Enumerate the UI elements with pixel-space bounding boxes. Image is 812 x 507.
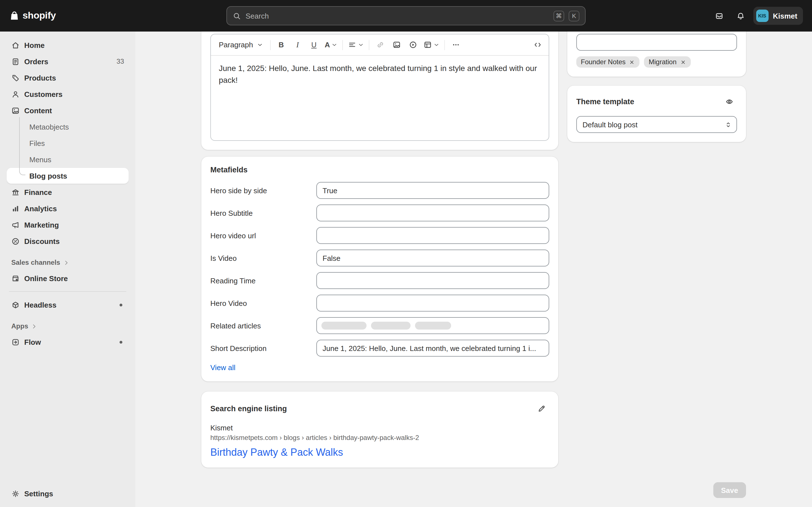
- sidebar-item-online-store[interactable]: Online Store: [7, 270, 129, 286]
- sidebar-item-menus[interactable]: Menus: [7, 152, 129, 167]
- paragraph-style-dropdown[interactable]: Paragraph: [214, 37, 267, 53]
- save-button[interactable]: Save: [713, 482, 746, 498]
- section-header-label: Apps: [11, 322, 28, 330]
- theme-template-header: Theme template: [576, 94, 737, 109]
- text-align-button[interactable]: [346, 37, 366, 53]
- sidebar-item-analytics[interactable]: Analytics: [7, 201, 129, 216]
- more-formatting-button[interactable]: [448, 37, 463, 53]
- metafield-label: Reading Time: [210, 276, 316, 285]
- sidebar-item-products[interactable]: Products: [7, 70, 129, 86]
- search-placeholder: Search: [246, 11, 269, 20]
- seo-page-title-link[interactable]: Birthday Pawty & Pack Walks: [210, 447, 343, 459]
- right-column: Founder NotesMigration Theme template De…: [567, 32, 746, 142]
- sidebar-item-label: Orders: [24, 57, 48, 66]
- sidebar-item-flow[interactable]: Flow: [7, 334, 129, 350]
- remove-tag-icon[interactable]: [680, 59, 686, 65]
- discounts-icon: [11, 237, 20, 245]
- italic-button[interactable]: I: [290, 37, 305, 53]
- table-icon: [423, 41, 432, 49]
- shopify-bag-icon: [9, 10, 20, 21]
- metafield-input-short-description[interactable]: [316, 340, 549, 356]
- sidebar-item-label: Finance: [24, 188, 52, 196]
- customers-icon: [11, 90, 20, 98]
- sidebar-nav: HomeOrders33ProductsCustomersContentMeta…: [7, 37, 129, 486]
- toolbar-separator: [342, 40, 343, 50]
- metafield-input-hero-video[interactable]: [316, 295, 549, 312]
- editor-content[interactable]: June 1, 2025: Hello, June. Last month, w…: [211, 56, 549, 140]
- section-header-label: Sales channels: [11, 259, 60, 267]
- shopify-admin: shopify Search ⌘ K KIS Kismet HomeOrders…: [0, 0, 812, 507]
- bold-button[interactable]: B: [273, 37, 289, 53]
- notifications-button[interactable]: [732, 7, 750, 25]
- sidebar-item-marketing[interactable]: Marketing: [7, 217, 129, 233]
- tags-input[interactable]: [576, 34, 737, 51]
- metafield-input-is-video[interactable]: [316, 249, 549, 267]
- k-key-badge: K: [569, 10, 579, 21]
- metafield-label: Is Video: [210, 254, 316, 262]
- sidebar-item-label: Files: [29, 139, 45, 147]
- sidebar-item-settings[interactable]: Settings: [7, 486, 129, 501]
- account-menu[interactable]: KIS Kismet: [753, 7, 803, 25]
- bell-icon: [737, 11, 745, 20]
- sidebar-item-label: Headless: [24, 300, 56, 309]
- insert-table-button[interactable]: [421, 37, 442, 53]
- settings-icon: [11, 489, 20, 498]
- metafields-title: Metafields: [210, 166, 549, 174]
- sidebar-header-apps[interactable]: Apps: [7, 319, 129, 334]
- tag-pill-founder-notes: Founder Notes: [576, 56, 640, 68]
- shopify-wordmark: shopify: [22, 10, 56, 21]
- shopify-logo[interactable]: shopify: [9, 10, 56, 21]
- sidebar-item-home[interactable]: Home: [7, 37, 129, 53]
- sidebar-divider: [9, 291, 126, 292]
- insert-image-button[interactable]: [389, 37, 404, 53]
- sidebar-item-finance[interactable]: Finance: [7, 184, 129, 200]
- video-icon: [409, 41, 417, 49]
- code-icon: [533, 41, 542, 49]
- seo-url-breadcrumb: https://kismetpets.com › blogs › article…: [210, 434, 549, 442]
- seo-card-header: Search engine listing: [210, 400, 549, 416]
- products-icon: [11, 73, 20, 82]
- insert-video-button[interactable]: [405, 37, 421, 53]
- metafield-row: Short Description: [210, 340, 549, 356]
- view-all-link[interactable]: View all: [210, 363, 236, 372]
- sidebar-item-blog-posts[interactable]: Blog posts: [7, 168, 129, 184]
- analytics-icon: [11, 204, 20, 213]
- metafield-input-hero-subtitle[interactable]: [316, 205, 549, 221]
- edit-seo-button[interactable]: [534, 400, 549, 416]
- underline-button[interactable]: U: [306, 37, 322, 53]
- sidebar-item-label: Customers: [24, 90, 63, 98]
- metafield-input-reading-time[interactable]: [316, 272, 549, 289]
- sidebar-item-metaobjects[interactable]: Metaobjects: [7, 119, 129, 135]
- skeleton-pill: [371, 322, 410, 330]
- show-html-button[interactable]: [529, 37, 545, 53]
- inbox-button[interactable]: [710, 7, 728, 25]
- toolbar-separator: [369, 40, 369, 50]
- sidebar-item-customers[interactable]: Customers: [7, 86, 129, 102]
- select-caret-icon: [725, 121, 732, 128]
- metafield-input-related-articles[interactable]: [316, 317, 549, 334]
- tag-pill-migration: Migration: [644, 56, 691, 68]
- store-avatar: KIS: [756, 10, 768, 22]
- sidebar-item-discounts[interactable]: Discounts: [7, 233, 129, 249]
- main-content: Paragraph B I U A: [135, 32, 812, 507]
- metafield-input-hero-video-url[interactable]: [316, 227, 549, 244]
- remove-tag-icon[interactable]: [629, 59, 635, 65]
- chevron-down-icon: [358, 42, 364, 48]
- search-input[interactable]: Search ⌘ K: [226, 6, 586, 25]
- metafield-input-hero-side-by-side[interactable]: [316, 182, 549, 199]
- cmd-key-badge: ⌘: [553, 10, 564, 21]
- metafield-row: Hero Subtitle: [210, 205, 549, 221]
- insert-link-button[interactable]: [372, 37, 388, 53]
- sidebar-item-files[interactable]: Files: [7, 135, 129, 151]
- rich-text-editor: Paragraph B I U A: [210, 34, 549, 141]
- toolbar-separator: [270, 40, 270, 50]
- theme-template-select[interactable]: Default blog post: [576, 116, 737, 133]
- sidebar-header-sales-channels[interactable]: Sales channels: [7, 255, 129, 270]
- pencil-icon: [537, 404, 546, 413]
- sidebar-item-orders[interactable]: Orders33: [7, 54, 129, 69]
- chevron-right-icon: [31, 323, 37, 329]
- text-color-button[interactable]: A: [322, 37, 340, 53]
- preview-theme-button[interactable]: [721, 94, 737, 109]
- sidebar-item-content[interactable]: Content: [7, 103, 129, 118]
- sidebar-item-headless[interactable]: Headless: [7, 297, 129, 313]
